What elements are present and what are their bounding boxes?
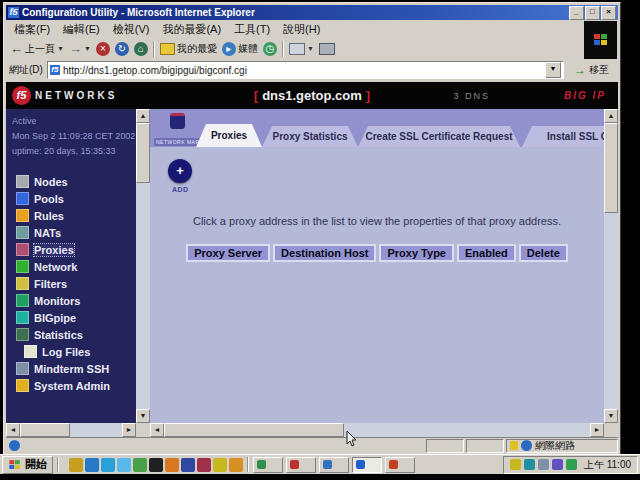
menu-help[interactable]: 說明(H): [283, 22, 320, 37]
toolbar-separator: [282, 41, 284, 57]
back-dropdown-icon[interactable]: ▼: [57, 45, 64, 52]
scroll-left-button[interactable]: ◄: [150, 423, 164, 437]
menu-view[interactable]: 檢視(V): [113, 22, 150, 37]
main-horizontal-scrollbar[interactable]: ◄ ►: [150, 423, 604, 437]
scroll-thumb[interactable]: [164, 423, 344, 437]
print-button[interactable]: [319, 43, 335, 55]
display-icon[interactable]: [538, 459, 549, 470]
refresh-button[interactable]: ↻: [115, 42, 129, 56]
scroll-left-button[interactable]: ◄: [6, 423, 20, 437]
quicklaunch-icon-7[interactable]: [165, 458, 179, 472]
banner-3dns-link[interactable]: 3 DNS: [453, 91, 490, 101]
network-map-button[interactable]: NETWORK MAP: [154, 112, 200, 144]
task-button-3[interactable]: [319, 457, 349, 473]
tab-install-ssl-certificate[interactable]: Install SSL Certif: [522, 126, 604, 147]
tray-app-icon[interactable]: [552, 459, 563, 470]
quicklaunch-icon-9[interactable]: [197, 458, 211, 472]
tab-create-ssl-certificate-request[interactable]: Create SSL Certificate Request: [358, 126, 520, 147]
favorites-button[interactable]: 我的最愛: [160, 42, 217, 56]
status-active: Active: [12, 114, 136, 129]
task-button-ie-active[interactable]: [352, 457, 382, 473]
volume-icon[interactable]: [510, 459, 521, 470]
filters-icon: [16, 277, 29, 290]
status-uptime: uptime: 20 days, 15:35:33: [12, 144, 136, 159]
menu-tools[interactable]: 工具(T): [234, 22, 270, 37]
sidebar-item-mindterm-ssh[interactable]: Mindterm SSH: [6, 360, 136, 377]
mail-dropdown-icon[interactable]: ▼: [307, 45, 314, 52]
address-dropdown-button[interactable]: ▼: [545, 62, 561, 78]
quicklaunch-icon-2[interactable]: [85, 458, 99, 472]
system-admin-icon: [16, 379, 29, 392]
quicklaunch-icon-5[interactable]: [133, 458, 147, 472]
sidebar-item-nats[interactable]: NATs: [6, 224, 136, 241]
sidebar-item-system-admin[interactable]: System Admin: [6, 377, 136, 394]
column-enabled: Enabled: [457, 244, 516, 262]
scroll-right-button[interactable]: ►: [122, 423, 136, 437]
address-input[interactable]: f5 http://dns1.getop.com/bigipgui/bigcon…: [47, 61, 564, 79]
sidebar-item-log-files[interactable]: Log Files: [6, 343, 136, 360]
sidebar-item-filters[interactable]: Filters: [6, 275, 136, 292]
task-button-5[interactable]: [385, 457, 415, 473]
scroll-up-button[interactable]: ▲: [604, 109, 618, 123]
maximize-button[interactable]: □: [585, 6, 600, 20]
forward-dropdown-icon[interactable]: ▼: [84, 45, 91, 52]
go-button[interactable]: → 移至: [568, 62, 615, 78]
quicklaunch-icon-4[interactable]: [117, 458, 131, 472]
scroll-down-button[interactable]: ▼: [136, 409, 150, 423]
main-content: NETWORK MAP Proxies Proxy Statistics Cre…: [150, 109, 604, 423]
media-button[interactable]: ▸ 媒體: [222, 42, 258, 56]
sidebar-item-proxies[interactable]: Proxies: [6, 241, 136, 258]
taskbar-separator: [247, 457, 249, 472]
menu-favorites[interactable]: 我的最愛(A): [162, 22, 221, 37]
scroll-thumb[interactable]: [136, 123, 150, 183]
sidebar-item-monitors[interactable]: Monitors: [6, 292, 136, 309]
quicklaunch-icon-11[interactable]: [229, 458, 243, 472]
sidebar-item-rules[interactable]: Rules: [6, 207, 136, 224]
sidebar-item-pools[interactable]: Pools: [6, 190, 136, 207]
quicklaunch-icon-1[interactable]: [69, 458, 83, 472]
home-button[interactable]: ⌂: [134, 42, 148, 56]
add-proxy-button[interactable]: +: [168, 159, 192, 183]
menu-file[interactable]: 檔案(F): [14, 22, 50, 37]
monitors-icon: [16, 294, 29, 307]
sidebar-item-nodes[interactable]: Nodes: [6, 173, 136, 190]
scroll-thumb[interactable]: [20, 423, 70, 437]
scroll-up-button[interactable]: ▲: [136, 109, 150, 123]
task-button-1[interactable]: [253, 457, 283, 473]
quicklaunch-icon-8[interactable]: [181, 458, 195, 472]
menu-edit[interactable]: 編輯(E): [63, 22, 100, 37]
sidebar-horizontal-scrollbar[interactable]: ◄ ►: [6, 423, 136, 437]
sidebar: Active Mon Sep 2 11:09:28 CET 2002 uptim…: [6, 109, 136, 423]
quicklaunch-icon-10[interactable]: [213, 458, 227, 472]
history-button[interactable]: ◷: [263, 42, 277, 56]
sidebar-item-network[interactable]: Network: [6, 258, 136, 275]
sidebar-vertical-scrollbar[interactable]: ▲ ▼: [136, 109, 150, 423]
sidebar-item-statistics[interactable]: Statistics: [6, 326, 136, 343]
start-button[interactable]: 開始: [2, 456, 53, 474]
sidebar-item-bigpipe[interactable]: BIGpipe: [6, 309, 136, 326]
quicklaunch-icon-3[interactable]: [101, 458, 115, 472]
tray-flag-icon[interactable]: [524, 459, 535, 470]
remote-access-icon[interactable]: [566, 459, 577, 470]
banner-bigip-link[interactable]: BIG IP: [564, 90, 606, 101]
scroll-right-button[interactable]: ►: [590, 423, 604, 437]
tab-proxies[interactable]: Proxies: [196, 124, 262, 147]
address-bar: 網址(D) f5 http://dns1.getop.com/bigipgui/…: [6, 60, 618, 80]
hostname-banner: [dns1.getop.com]: [6, 88, 618, 103]
back-button[interactable]: ← 上一頁 ▼: [10, 41, 64, 56]
stop-button[interactable]: ×: [96, 42, 110, 56]
proxies-icon: [16, 243, 29, 256]
scrollbar-corner: [604, 423, 618, 437]
mail-button[interactable]: ▼: [289, 43, 314, 55]
close-button[interactable]: ×: [601, 6, 616, 20]
tab-proxy-statistics[interactable]: Proxy Statistics: [262, 126, 358, 147]
forward-button[interactable]: → ▼: [69, 41, 91, 56]
scroll-down-button[interactable]: ▼: [604, 409, 618, 423]
task-button-2[interactable]: [286, 457, 316, 473]
window-icon: f5: [8, 7, 19, 18]
main-vertical-scrollbar[interactable]: ▲ ▼: [604, 109, 618, 423]
scroll-thumb[interactable]: [604, 123, 618, 213]
quicklaunch-icon-6[interactable]: [149, 458, 163, 472]
minimize-button[interactable]: _: [569, 6, 584, 20]
column-destination-host: Destination Host: [273, 244, 376, 262]
